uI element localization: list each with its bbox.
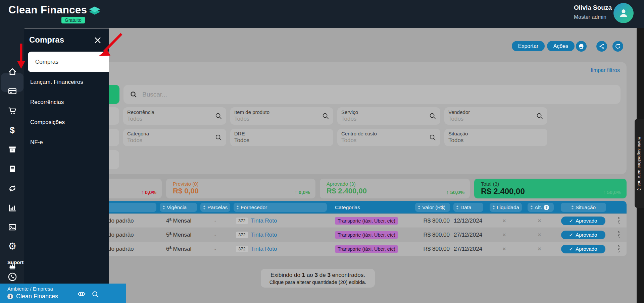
column-parcelas[interactable]: Parcelas xyxy=(200,203,230,212)
status-badge[interactable]: ✓Aprovado xyxy=(561,245,605,253)
menu-item-compras[interactable]: Compras xyxy=(28,52,109,72)
liquidada-x-icon[interactable]: × xyxy=(485,218,524,224)
search-icon xyxy=(130,90,138,99)
company-name: Clean Finances xyxy=(16,293,58,300)
search-icon xyxy=(215,112,222,120)
sidebar-item-configuracoes[interactable]: ⚙ xyxy=(0,242,24,251)
credit-card-icon xyxy=(8,87,17,96)
pagination-info[interactable]: Exibindo do 1 ao 3 de 3 encontrados. Cli… xyxy=(261,269,375,288)
alt-x-icon[interactable]: × xyxy=(524,246,555,252)
row-parcelas: - xyxy=(199,218,232,224)
liquidada-x-icon[interactable]: × xyxy=(485,246,524,252)
share-button[interactable] xyxy=(596,41,607,52)
summary-card-total: Total (3) R$ 2.400,00 ↑ 50,0% xyxy=(474,179,627,198)
submenu-title: Compras xyxy=(29,35,64,45)
row-menu-button[interactable] xyxy=(611,217,627,224)
filter-centro-custo[interactable]: Centro de custo Todos xyxy=(337,129,440,146)
filter-categoria[interactable]: Categoria Todos xyxy=(123,129,226,146)
support-label: Suporte xyxy=(7,259,27,265)
eye-icon[interactable] xyxy=(77,290,86,298)
column-valor[interactable]: Valor (R$) xyxy=(415,203,450,212)
menu-item-lancam-financeiros[interactable]: Lançam. Financeiros xyxy=(30,79,83,85)
status-badge[interactable]: ✓Aprovado xyxy=(561,217,605,225)
status-badge[interactable]: ✓Aprovado xyxy=(561,231,605,239)
column-situacao[interactable]: Situação xyxy=(561,203,606,212)
summary-label: Total (3) xyxy=(481,181,499,187)
filter-vendedor[interactable]: Vendedor Todos xyxy=(444,107,547,125)
purchases-table: Vigência Parcelas Fornecedor Categorias … xyxy=(95,201,627,256)
sidebar-item-compras[interactable] xyxy=(0,106,24,115)
sidebar-item-estoque[interactable] xyxy=(0,145,24,154)
app-logo[interactable]: Clean Finances xyxy=(8,4,87,16)
fornecedor-link[interactable]: Tinta Roto xyxy=(251,232,277,238)
filter-item-produto[interactable]: Item de produto Todos xyxy=(230,107,333,125)
environment-label: Ambiente / Empresa xyxy=(7,286,53,292)
phone-icon xyxy=(8,272,17,282)
menu-item-recorrencias[interactable]: Recorrências xyxy=(30,99,64,106)
actions-button[interactable]: Ações xyxy=(547,41,575,51)
help-icon[interactable]: ? xyxy=(544,205,549,210)
sidebar: $ xyxy=(0,28,24,303)
fornecedor-link[interactable]: Tinta Roto xyxy=(251,246,277,252)
plan-badge: Gratuito xyxy=(61,17,85,23)
sort-icon xyxy=(203,205,206,209)
table-row[interactable]: do padrão 4ª Mensal - 372Tinta Roto Tran… xyxy=(95,214,627,228)
filter-servico[interactable]: Serviço Todos xyxy=(337,107,440,125)
sidebar-item-notas[interactable] xyxy=(0,165,24,173)
avatar[interactable] xyxy=(613,3,634,23)
environment-bar[interactable]: Ambiente / Empresa 1 Clean Finances xyxy=(0,284,126,303)
column-liquidada[interactable]: Liquidada xyxy=(490,203,522,212)
row-menu-button[interactable] xyxy=(611,231,627,238)
sidebar-item-relatorios[interactable] xyxy=(0,203,24,212)
column-data[interactable]: Data xyxy=(453,203,483,212)
trend-up-icon: ↑ xyxy=(141,189,144,195)
home-icon xyxy=(8,67,17,76)
search-icon xyxy=(322,112,329,120)
liquidada-x-icon[interactable]: × xyxy=(485,232,524,238)
sidebar-item-recorrencias[interactable] xyxy=(0,184,24,193)
menu-item-composicoes[interactable]: Composições xyxy=(30,119,65,126)
sidebar-item-financeiro[interactable]: $ xyxy=(0,126,24,134)
sidebar-item-home[interactable] xyxy=(0,67,24,76)
sidebar-item-suporte[interactable] xyxy=(0,272,24,282)
search-placeholder: Buscar... xyxy=(142,91,167,98)
alt-x-icon[interactable]: × xyxy=(524,232,555,238)
recurrence-icon xyxy=(8,184,17,193)
bar-chart-icon xyxy=(8,203,17,212)
summary-value: R$ 2.400,00 xyxy=(327,187,367,195)
fornecedor-link[interactable]: Tinta Roto xyxy=(251,218,277,224)
trend-up-icon: ↑ xyxy=(603,189,606,195)
feedback-tab[interactable]: Envie sugestões para nós :) xyxy=(635,119,644,208)
print-button[interactable] xyxy=(576,41,587,52)
refresh-button[interactable] xyxy=(612,41,623,52)
sort-icon xyxy=(236,205,239,209)
row-valor: R$ 800,00 xyxy=(413,218,452,224)
printer-icon xyxy=(578,43,584,49)
clear-filters-link[interactable]: limpar filtros xyxy=(591,67,620,73)
column-vigencia[interactable]: Vigência xyxy=(160,203,197,212)
filter-situacao[interactable]: Situação Todos xyxy=(444,129,547,146)
close-icon[interactable] xyxy=(94,37,101,44)
sort-icon xyxy=(492,205,495,209)
export-button[interactable]: Exportar xyxy=(512,41,545,51)
refresh-icon xyxy=(615,43,621,49)
filter-recorrencia[interactable]: Recorrência Todos xyxy=(123,107,226,125)
row-menu-button[interactable] xyxy=(611,245,627,252)
sort-icon xyxy=(571,205,574,209)
search-input[interactable]: Buscar... xyxy=(123,85,621,104)
filter-dre[interactable]: DRE Todos xyxy=(230,129,333,146)
alt-x-icon[interactable]: × xyxy=(524,218,555,224)
sidebar-item-midias[interactable] xyxy=(0,223,24,232)
search-icon[interactable] xyxy=(91,290,99,298)
fornecedor-code-badge: 372 xyxy=(236,232,248,238)
compras-submenu: Compras Compras Lançam. Financeiros Reco… xyxy=(24,28,109,284)
filter-panel: limpar filtros Buscar... Recorrência Tod… xyxy=(95,62,627,174)
check-icon: ✓ xyxy=(569,246,574,252)
table-row[interactable]: do padrão 5ª Mensal - 372Tinta Roto Tran… xyxy=(95,228,627,242)
sidebar-item-cards[interactable] xyxy=(0,87,24,96)
column-alt[interactable]: Alt.? xyxy=(528,203,554,212)
table-row[interactable]: do padrão 6ª Mensal - 372Tinta Roto Tran… xyxy=(95,242,627,256)
column-fornecedor[interactable]: Fornecedor xyxy=(234,203,327,212)
logo-layers-icon xyxy=(88,4,101,17)
menu-item-nfe[interactable]: NF-e xyxy=(30,139,43,146)
